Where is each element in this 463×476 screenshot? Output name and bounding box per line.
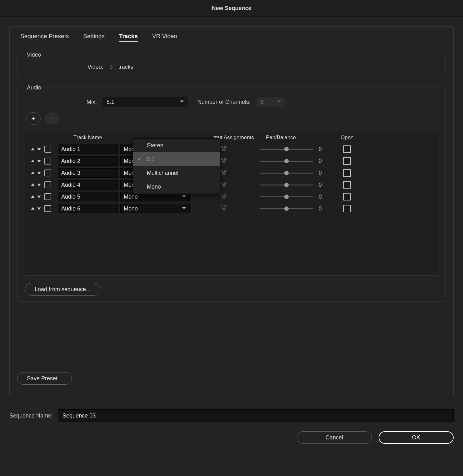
pan-slider[interactable]: 0 bbox=[258, 182, 327, 188]
move-up-icon[interactable] bbox=[30, 206, 36, 211]
move-up-icon[interactable] bbox=[30, 194, 36, 200]
tab-settings[interactable]: Settings bbox=[83, 33, 105, 42]
svg-rect-8 bbox=[223, 173, 225, 175]
row-handles bbox=[25, 167, 57, 179]
move-down-icon[interactable] bbox=[36, 194, 42, 200]
open-checkbox[interactable] bbox=[343, 181, 351, 189]
svg-rect-9 bbox=[221, 182, 223, 183]
open-checkbox[interactable] bbox=[343, 157, 351, 165]
table-row: Audio 3Mono0 bbox=[25, 167, 438, 179]
row-checkbox[interactable] bbox=[44, 181, 51, 188]
pan-slider[interactable]: 0 bbox=[258, 205, 327, 212]
pan-slider[interactable]: 0 bbox=[258, 194, 327, 200]
track-name-input[interactable]: Audio 2 bbox=[58, 156, 118, 166]
pan-slider[interactable]: 0 bbox=[258, 170, 327, 176]
table-row: Audio 6Mono0 bbox=[25, 203, 438, 215]
row-checkbox[interactable] bbox=[44, 205, 51, 212]
output-assignment-icon[interactable] bbox=[221, 145, 227, 153]
open-checkbox[interactable] bbox=[343, 205, 351, 212]
svg-rect-17 bbox=[223, 209, 225, 210]
row-handles bbox=[25, 191, 57, 203]
pan-slider[interactable]: 0 bbox=[258, 146, 327, 153]
load-from-sequence-button[interactable]: Load from sequence... bbox=[25, 283, 100, 296]
pan-value: 0 bbox=[319, 170, 325, 176]
move-down-icon[interactable] bbox=[36, 158, 42, 164]
move-down-icon[interactable] bbox=[36, 170, 42, 176]
col-pan-balance: Pan/Balance bbox=[256, 134, 328, 141]
svg-rect-12 bbox=[221, 194, 223, 195]
mix-option-mono[interactable]: Mono bbox=[133, 180, 220, 194]
track-name-input[interactable]: Audio 6 bbox=[58, 204, 118, 213]
track-name-input[interactable]: Audio 3 bbox=[58, 168, 118, 178]
new-sequence-dialog: New Sequence Sequence Presets Settings T… bbox=[0, 0, 463, 476]
save-preset-button[interactable]: Save Preset... bbox=[17, 372, 72, 385]
mix-option-multichannel[interactable]: Multichannel bbox=[133, 166, 220, 180]
mix-value: 5.1 bbox=[107, 99, 114, 105]
track-name-input[interactable]: Audio 1 bbox=[58, 144, 118, 154]
row-handles bbox=[25, 155, 57, 167]
move-down-icon[interactable] bbox=[36, 206, 42, 211]
sequence-name-input[interactable] bbox=[58, 409, 454, 422]
audio-legend: Audio bbox=[25, 84, 43, 91]
cancel-button[interactable]: Cancel bbox=[297, 431, 372, 444]
tab-tracks[interactable]: Tracks bbox=[119, 33, 138, 42]
output-assignment-icon[interactable] bbox=[221, 181, 227, 189]
chevron-down-icon bbox=[182, 205, 186, 212]
number-of-channels-dropdown: 6 bbox=[257, 97, 285, 107]
remove-track-button[interactable]: - bbox=[45, 112, 59, 125]
row-checkbox[interactable] bbox=[44, 193, 51, 200]
output-assignment-icon[interactable] bbox=[221, 157, 227, 165]
tab-strip: Sequence Presets Settings Tracks VR Vide… bbox=[17, 33, 446, 52]
sequence-name-label: Sequence Name: bbox=[9, 413, 53, 419]
move-up-icon[interactable] bbox=[30, 146, 36, 152]
open-checkbox[interactable] bbox=[343, 193, 351, 200]
mix-option-stereo[interactable]: Stereo bbox=[133, 139, 220, 152]
output-assignment-icon[interactable] bbox=[221, 193, 227, 201]
move-down-icon[interactable] bbox=[36, 146, 42, 152]
table-body: Audio 1Mono0Audio 2Mono0Audio 3Mono0Audi… bbox=[25, 143, 438, 215]
svg-rect-1 bbox=[224, 146, 226, 148]
track-name-input[interactable]: Audio 5 bbox=[58, 192, 118, 201]
add-track-button[interactable]: + bbox=[26, 112, 41, 125]
col-open: Open bbox=[328, 134, 366, 141]
svg-rect-14 bbox=[223, 197, 225, 198]
ok-button[interactable]: OK bbox=[379, 431, 454, 444]
svg-rect-15 bbox=[221, 206, 223, 207]
audio-tracks-table: Track Name tput Assignments Pan/Balance … bbox=[25, 132, 438, 276]
svg-rect-16 bbox=[224, 206, 226, 207]
open-checkbox[interactable] bbox=[343, 169, 351, 177]
tab-sequence-presets[interactable]: Sequence Presets bbox=[20, 33, 69, 42]
video-legend: Video bbox=[25, 52, 43, 58]
svg-rect-11 bbox=[223, 185, 225, 186]
pan-slider[interactable]: 0 bbox=[258, 158, 327, 165]
svg-rect-5 bbox=[223, 161, 225, 163]
chevron-down-icon bbox=[180, 99, 184, 105]
mix-dropdown-popup: Stereo 5.1 Multichannel Mono bbox=[133, 138, 220, 194]
track-type-dropdown[interactable]: Mono bbox=[120, 204, 190, 213]
noc-value: 6 bbox=[260, 99, 263, 105]
move-down-icon[interactable] bbox=[36, 182, 42, 188]
row-handles bbox=[25, 203, 57, 215]
move-up-icon[interactable] bbox=[30, 158, 36, 164]
mix-option-5-1[interactable]: 5.1 bbox=[133, 152, 220, 166]
pan-value: 0 bbox=[319, 158, 325, 165]
row-checkbox[interactable] bbox=[44, 158, 51, 165]
table-header: Track Name tput Assignments Pan/Balance … bbox=[25, 132, 438, 143]
number-of-channels-label: Number of Channels: bbox=[197, 99, 251, 105]
table-row: Audio 5Mono0 bbox=[25, 191, 438, 203]
track-name-input[interactable]: Audio 4 bbox=[58, 180, 118, 190]
output-assignment-icon[interactable] bbox=[221, 205, 227, 213]
video-group: Video Video: 3 tracks bbox=[17, 52, 446, 76]
row-handles bbox=[25, 179, 57, 191]
output-assignment-icon[interactable] bbox=[221, 169, 227, 177]
row-checkbox[interactable] bbox=[44, 170, 51, 176]
open-checkbox[interactable] bbox=[343, 145, 351, 153]
move-up-icon[interactable] bbox=[30, 170, 36, 176]
svg-rect-13 bbox=[224, 194, 226, 195]
pan-value: 0 bbox=[319, 205, 325, 212]
row-checkbox[interactable] bbox=[44, 146, 51, 153]
video-track-count[interactable]: 3 bbox=[110, 64, 113, 70]
tab-vr-video[interactable]: VR Video bbox=[152, 33, 177, 42]
move-up-icon[interactable] bbox=[30, 182, 36, 188]
mix-dropdown[interactable]: 5.1 bbox=[103, 97, 187, 107]
